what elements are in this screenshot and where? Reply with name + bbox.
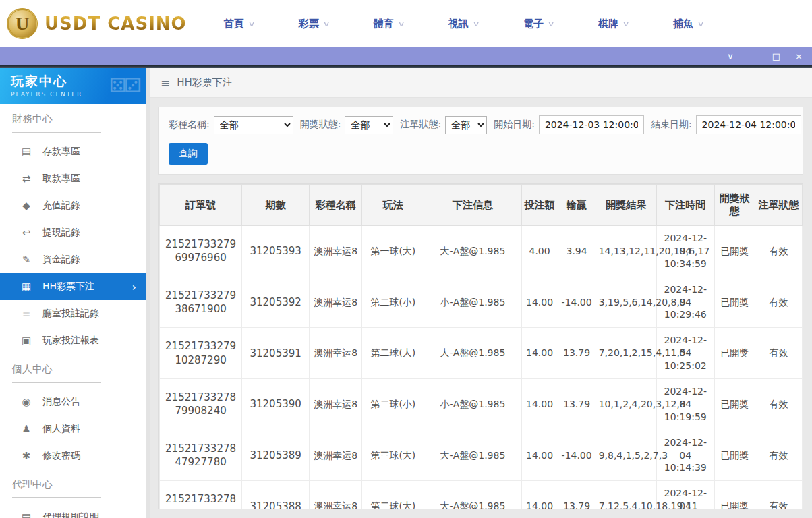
logo-letter: U [16, 14, 30, 34]
top-header: U USDT CASINO 首頁∨彩票∨體育∨視訊∨電子∨棋牌∨捕魚∨ [0, 0, 812, 47]
maximize-button[interactable]: □ [772, 52, 780, 61]
table-cell: 已開獎 [714, 226, 755, 277]
order-status-select[interactable]: 全部 [445, 116, 487, 134]
sidebar-item-hall-bet-records[interactable]: ≡廳室投註記錄 [0, 300, 146, 327]
table-row: 215217332787990824031205390澳洲幸运8第二球(小)小-… [160, 379, 803, 430]
sidebar-item-profile[interactable]: ♟個人資料 [0, 415, 146, 442]
chevron-down-icon[interactable]: ∨ [727, 52, 734, 61]
change-password-icon: ✱ [20, 450, 32, 462]
filter-label: 結束日期: [651, 119, 692, 131]
sidebar-item-funds-record[interactable]: ✎資金記錄 [0, 246, 146, 273]
table-cell: 小-A盤@1.985 [424, 277, 521, 328]
sidebar-section-title: 代理中心 [12, 478, 101, 498]
nav-item-video[interactable]: 視訊∨ [448, 18, 479, 30]
close-button[interactable]: × [795, 52, 803, 61]
start-date-input[interactable] [539, 115, 644, 134]
table-cell: 第二球(小) [362, 277, 424, 328]
table-cell: 14.00 [521, 430, 558, 481]
table-cell: 有效 [755, 430, 802, 481]
table-cell: -14.00 [558, 277, 596, 328]
table-cell: 已開獎 [714, 277, 755, 328]
table-cell: 2152173327879908240 [160, 379, 242, 430]
sidebar-header: 玩家中心 PLAYERS CENTER ⚄⚂ [0, 68, 146, 104]
chevron-down-icon: ∨ [397, 20, 405, 28]
column-header: 彩種名稱 [310, 185, 362, 226]
table-cell: 2152173327910287290 [160, 328, 242, 379]
column-header: 下注時間 [656, 185, 714, 226]
table-cell: 13.79 [558, 379, 596, 430]
table-cell: 31205390 [242, 379, 310, 430]
sidebar-item-label: 充值記錄 [42, 200, 80, 212]
sidebar-item-withdraw[interactable]: ⇄取款專區 [0, 165, 146, 192]
table-cell: 第二球(小) [362, 379, 424, 430]
lottery-name-select[interactable]: 全部 [214, 116, 293, 134]
sidebar-item-announcements[interactable]: ◉消息公告 [0, 388, 146, 415]
logo-text: USDT CASINO [45, 13, 187, 34]
column-header: 訂單號 [160, 185, 242, 226]
table-cell: 小-A盤@1.985 [424, 379, 521, 430]
table-row: 215217332791028729031205391澳洲幸运8第二球(大)大-… [160, 328, 803, 379]
table-cell: 澳洲幸运8 [310, 277, 362, 328]
draw-status-select[interactable]: 全部 [345, 116, 393, 134]
table-cell: -14.00 [558, 430, 596, 481]
sidebar: 玩家中心 PLAYERS CENTER ⚄⚂ 財務中心▤存款專區⇄取款專區◆充值… [0, 68, 150, 518]
nav-item-fishing[interactable]: 捕魚∨ [673, 18, 703, 30]
sidebar-item-agent-rules[interactable]: ▤代理規則說明 [0, 504, 146, 518]
nav-item-chess[interactable]: 棋牌∨ [598, 18, 629, 30]
window-titlebar: ∨ — □ × [0, 47, 812, 65]
sidebar-item-deposit[interactable]: ▤存款專區 [0, 138, 146, 165]
table-cell: 9,8,4,1,5,2,7,3 [596, 430, 656, 481]
sidebar-item-label: 修改密碼 [42, 450, 80, 462]
funds-record-icon: ✎ [20, 254, 32, 266]
nav-item-sports[interactable]: 體育∨ [374, 18, 404, 30]
nav-item-slots[interactable]: 電子∨ [523, 18, 554, 30]
sidebar-item-recharge-record[interactable]: ◆充值記錄 [0, 192, 146, 219]
minimize-button[interactable]: — [749, 52, 757, 61]
sidebar-item-change-password[interactable]: ✱修改密碼 [0, 442, 146, 469]
breadcrumb: ≡ HH彩票下注 [150, 68, 812, 98]
column-header: 開獎結果 [596, 185, 656, 226]
table-cell: 31205389 [242, 430, 310, 481]
sidebar-item-label: 消息公告 [42, 396, 80, 408]
chevron-down-icon: ∨ [622, 20, 629, 28]
table-cell: 31205392 [242, 277, 310, 328]
column-header: 下注信息 [424, 185, 521, 226]
search-button[interactable]: 查詢 [169, 143, 208, 165]
sidebar-item-hh-lottery-bets[interactable]: ▦HH彩票下注› [0, 273, 146, 300]
sidebar-section: 財務中心▤存款專區⇄取款專區◆充值記錄↩提現記錄✎資金記錄▦HH彩票下注›≡廳室… [0, 113, 146, 354]
column-header: 注單狀態 [755, 185, 802, 226]
table-cell: 14.00 [521, 379, 558, 430]
table-cell: 14.00 [521, 277, 558, 328]
chevron-down-icon: ∨ [547, 20, 554, 28]
deposit-icon: ▤ [20, 146, 32, 158]
filter-field-order-status: 注單狀態:全部 [400, 116, 487, 134]
table-cell: 澳洲幸运8 [310, 379, 362, 430]
table-cell: 大-A盤@1.985 [424, 481, 521, 509]
table-cell: 澳洲幸运8 [310, 226, 362, 277]
sidebar-item-withdrawal-record[interactable]: ↩提現記錄 [0, 219, 146, 246]
nav-item-label: 首頁 [224, 18, 244, 30]
nav-item-home[interactable]: 首頁∨ [224, 18, 254, 30]
dice-icon: ⚄⚂ [109, 74, 139, 97]
announcements-icon: ◉ [20, 396, 32, 408]
nav-item-label: 捕魚 [673, 18, 693, 30]
sidebar-item-label: HH彩票下注 [42, 281, 94, 293]
end-date-input[interactable] [696, 115, 801, 134]
sidebar-item-player-bet-report[interactable]: ▣玩家投注報表 [0, 327, 146, 354]
hamburger-icon[interactable]: ≡ [161, 76, 170, 90]
nav-item-label: 電子 [523, 18, 544, 30]
nav-item-lottery[interactable]: 彩票∨ [299, 18, 329, 30]
sidebar-item-label: 代理規則說明 [42, 511, 99, 518]
sidebar-item-label: 廳室投註記錄 [42, 308, 99, 320]
column-header: 開獎狀態 [714, 185, 755, 226]
withdrawal-record-icon: ↩ [20, 227, 32, 239]
table-cell: 13.79 [558, 481, 596, 509]
table-cell: 2152173327821863400 [160, 481, 242, 509]
table-cell: 31205393 [242, 226, 310, 277]
page-title: HH彩票下注 [177, 76, 233, 89]
table-row: 215217332782186340031205388澳洲幸运8第二球(大)大-… [160, 481, 803, 509]
sidebar-item-label: 個人資料 [42, 423, 80, 435]
hh-lottery-bets-icon: ▦ [20, 281, 32, 293]
agent-rules-icon: ▤ [20, 511, 32, 518]
main-nav: 首頁∨彩票∨體育∨視訊∨電子∨棋牌∨捕魚∨ [224, 18, 703, 30]
